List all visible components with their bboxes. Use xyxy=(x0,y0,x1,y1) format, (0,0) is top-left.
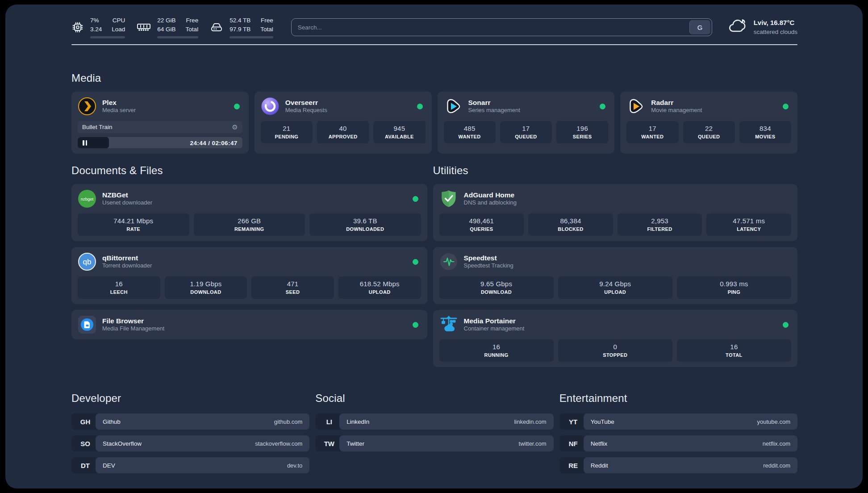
stat-label: DOWNLOADED xyxy=(311,226,419,232)
service-card-plex[interactable]: Plex Media server Bullet Train ⚙ 24:44 xyxy=(71,92,249,154)
stat-value: 22 xyxy=(685,125,733,132)
bookmark-row-github[interactable]: GH Github github.com xyxy=(71,414,309,430)
cpu-progress-bar xyxy=(90,36,125,38)
topbar: 7% 3.24 CPU Load xyxy=(71,4,797,38)
service-description: Media Requests xyxy=(285,107,327,114)
bookmark-row-dev[interactable]: DT DEV dev.to xyxy=(71,457,309,473)
stat-label: WANTED xyxy=(446,134,494,139)
settings-icon[interactable]: ⚙ xyxy=(232,124,238,130)
svg-text:qb: qb xyxy=(83,258,92,266)
service-name: Overseerr xyxy=(285,98,327,107)
stat-label: DOWNLOAD xyxy=(167,289,246,295)
cpu-usage-value: 7% xyxy=(90,16,102,25)
bookmark-url: reddit.com xyxy=(763,462,790,469)
stat-value: 86,384 xyxy=(530,217,611,225)
qbittorrent-icon: qb xyxy=(78,252,96,271)
bookmark-row-stackoverflow[interactable]: SO StackOverflow stackoverflow.com xyxy=(71,435,309,451)
service-card-sonarr[interactable]: Sonarr Series management 485 WANTED 17 Q… xyxy=(438,92,615,154)
stat-value: 0.993 ms xyxy=(679,280,789,288)
svg-text:nzbget: nzbget xyxy=(81,196,94,201)
service-card-speedtest[interactable]: Speedtest Speedtest Tracking 9.65 Gbps D… xyxy=(433,247,797,304)
stat-tile: 16 LEECH xyxy=(78,276,160,299)
stat-tile: 22 QUEUED xyxy=(683,121,735,143)
service-name: Plex xyxy=(102,98,136,107)
status-dot xyxy=(417,104,423,109)
radarr-icon xyxy=(626,97,645,116)
status-dot xyxy=(234,104,240,109)
status-dot xyxy=(600,104,605,109)
stat-label: QUEUED xyxy=(502,134,550,139)
service-card-nzbget[interactable]: nzbget NZBGet Usenet downloader 74 xyxy=(71,184,427,241)
cpu-label: CPU xyxy=(112,16,125,25)
stat-tile: 47.571 ms LATENCY xyxy=(706,213,791,236)
bookmark-abbr: RE xyxy=(559,457,587,473)
stat-value: 9.65 Gbps xyxy=(441,280,552,288)
bookmark-row-netflix[interactable]: NF Netflix netflix.com xyxy=(559,435,797,451)
search-input[interactable] xyxy=(291,18,712,36)
ram-icon xyxy=(137,22,151,33)
cloud-icon xyxy=(727,18,748,36)
bookmark-row-twitter[interactable]: TW Twitter twitter.com xyxy=(315,435,553,451)
bookmark-row-reddit[interactable]: RE Reddit reddit.com xyxy=(559,457,797,473)
bookmark-url: github.com xyxy=(274,418,303,425)
stat-value: 21 xyxy=(263,125,311,132)
section-title-developer: Developer xyxy=(71,392,309,405)
section-title-social: Social xyxy=(315,392,553,405)
search-engine-button[interactable]: G xyxy=(689,20,710,34)
service-card-adguard[interactable]: AdGuard Home DNS and adblocking 498,461 … xyxy=(433,184,797,241)
service-card-filebrowser[interactable]: File Browser Media File Management xyxy=(71,310,427,339)
service-card-portainer[interactable]: Media Portainer Container management 16 … xyxy=(433,310,797,367)
bookmark-name: Netflix xyxy=(591,440,608,447)
bookmark-row-linkedin[interactable]: LI LinkedIn linkedin.com xyxy=(315,414,553,430)
overseerr-icon xyxy=(261,97,280,116)
stat-label: PING xyxy=(679,289,789,295)
section-utilities: Utilities xyxy=(433,164,797,367)
bookmark-url: youtube.com xyxy=(757,418,790,425)
stat-value: 2,953 xyxy=(619,217,701,225)
topbar-divider xyxy=(71,44,797,45)
stat-tile: 485 WANTED xyxy=(444,121,496,143)
bookmark-abbr: DT xyxy=(71,457,99,473)
stat-tile: 945 AVAILABLE xyxy=(373,121,425,143)
bookmark-name: Github xyxy=(103,418,121,425)
stat-value: 47.571 ms xyxy=(708,217,789,225)
stat-tile: 21 PENDING xyxy=(261,121,313,143)
dashboard-panel: 7% 3.24 CPU Load xyxy=(5,4,863,489)
stat-value: 618.52 Mbps xyxy=(340,280,419,288)
status-dot xyxy=(783,104,789,109)
stat-tile: 1.19 Gbps DOWNLOAD xyxy=(165,276,247,299)
status-dot xyxy=(413,196,418,202)
service-card-overseerr[interactable]: Overseerr Media Requests 21 PENDING 40 A… xyxy=(255,92,432,154)
section-media: Media Plex Media server xyxy=(71,72,797,154)
ram-total-label: Total xyxy=(186,25,199,34)
stat-tile: 9.65 Gbps DOWNLOAD xyxy=(439,276,554,299)
stat-tile: 618.52 Mbps UPLOAD xyxy=(338,276,421,299)
stat-label: REMAINING xyxy=(196,226,304,232)
stat-label: PENDING xyxy=(263,134,311,139)
cpu-widget: 7% 3.24 CPU Load xyxy=(71,16,125,38)
bookmark-group-social: Social LI LinkedIn linkedin.com TW Twitt… xyxy=(315,392,553,473)
stat-tile: 40 APPROVED xyxy=(317,121,369,143)
stat-label: APPROVED xyxy=(319,134,367,139)
stat-label: UPLOAD xyxy=(560,289,671,295)
stat-value: 16 xyxy=(679,343,789,351)
disk-free-value: 52.4 TB xyxy=(230,16,250,25)
weather-widget: Lviv, 16.87°C scattered clouds xyxy=(727,18,797,37)
stat-label: QUEUED xyxy=(685,134,733,139)
bookmark-name: DEV xyxy=(103,462,115,469)
bookmark-name: LinkedIn xyxy=(346,418,369,425)
status-dot xyxy=(413,322,418,328)
portainer-icon xyxy=(439,315,458,334)
stat-value: 39.6 TB xyxy=(311,217,419,225)
stat-tile: 834 MOVIES xyxy=(739,121,791,143)
stat-tile: 39.6 TB DOWNLOADED xyxy=(309,213,421,236)
stat-tile: 471 SEED xyxy=(251,276,334,299)
cpu-icon xyxy=(71,21,84,33)
service-description: Series management xyxy=(468,107,520,114)
bookmark-row-youtube[interactable]: YT YouTube youtube.com xyxy=(559,414,797,430)
stat-label: LEECH xyxy=(79,289,159,295)
service-card-qbittorrent[interactable]: qb qBittorrent Torrent downloader xyxy=(71,247,427,304)
stat-tile: 266 GB REMAINING xyxy=(194,213,305,236)
stat-tile: 9.24 Gbps UPLOAD xyxy=(558,276,672,299)
service-card-radarr[interactable]: Radarr Movie management 17 WANTED 22 QUE… xyxy=(620,92,797,154)
